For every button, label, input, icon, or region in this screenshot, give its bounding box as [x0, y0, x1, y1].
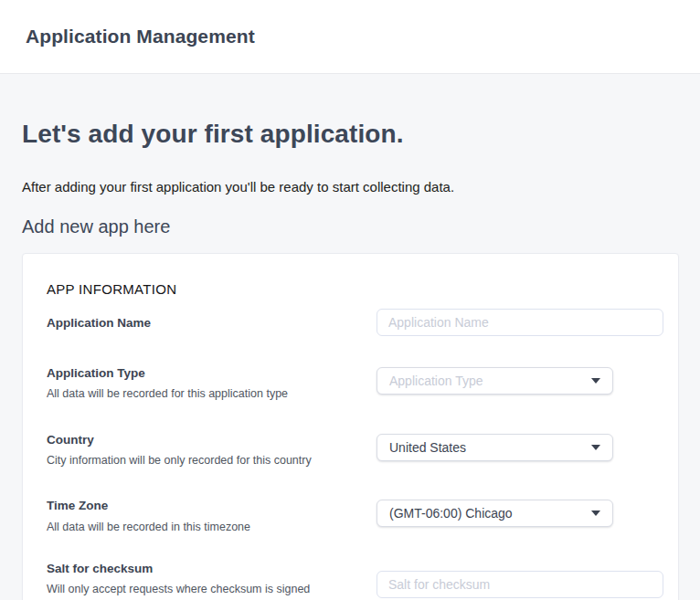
form-row-application-name: Application Name: [47, 309, 663, 336]
chevron-down-icon: [591, 445, 600, 450]
country-select-value: United States: [389, 440, 466, 455]
page-title: Application Management: [26, 26, 255, 47]
timezone-label-col: Time Zone All data will be recorded in t…: [47, 499, 377, 535]
top-bar: Application Management: [0, 0, 700, 74]
country-label: Country: [47, 433, 377, 447]
chevron-down-icon: [591, 378, 600, 384]
form-row-salt: Salt for checksum Will only accept reque…: [47, 571, 663, 600]
salt-input[interactable]: [377, 571, 663, 598]
salt-description: Will only accept requests where checksum…: [47, 582, 362, 600]
application-name-label: Application Name: [47, 316, 377, 331]
timezone-label: Time Zone: [47, 499, 377, 513]
timezone-description: All data will be recorded in this timezo…: [47, 520, 362, 536]
country-select[interactable]: United States: [377, 434, 613, 461]
application-name-label-col: Application Name: [47, 316, 377, 331]
application-type-select-value: Application Type: [389, 374, 483, 388]
application-name-input[interactable]: [377, 309, 663, 336]
application-type-label: Application Type: [47, 366, 377, 381]
form-row-application-type: Application Type All data will be record…: [47, 367, 663, 403]
app-information-card: APP INFORMATION Application Name Applica…: [22, 253, 679, 600]
hero-subtitle: After adding your first application you'…: [22, 180, 678, 194]
hero-title: Let's add your first application.: [22, 121, 678, 147]
country-description: City information will be only recorded f…: [47, 453, 362, 469]
country-label-col: Country City information will be only re…: [47, 433, 377, 469]
application-type-label-col: Application Type All data will be record…: [47, 366, 377, 403]
timezone-select[interactable]: (GMT-06:00) Chicago: [377, 500, 613, 527]
timezone-select-value: (GMT-06:00) Chicago: [389, 506, 513, 521]
add-app-heading: Add new app here: [22, 217, 678, 236]
card-section-title: APP INFORMATION: [47, 282, 663, 296]
application-type-description: All data will be recorded for this appli…: [47, 386, 362, 403]
chevron-down-icon: [591, 511, 600, 516]
application-type-select[interactable]: Application Type: [377, 367, 613, 395]
main-content: Let's add your first application. After …: [0, 121, 700, 600]
form-row-country: Country City information will be only re…: [47, 434, 663, 469]
salt-label: Salt for checksum: [47, 562, 377, 576]
form-row-timezone: Time Zone All data will be recorded in t…: [47, 500, 663, 535]
salt-label-col: Salt for checksum Will only accept reque…: [47, 562, 377, 600]
